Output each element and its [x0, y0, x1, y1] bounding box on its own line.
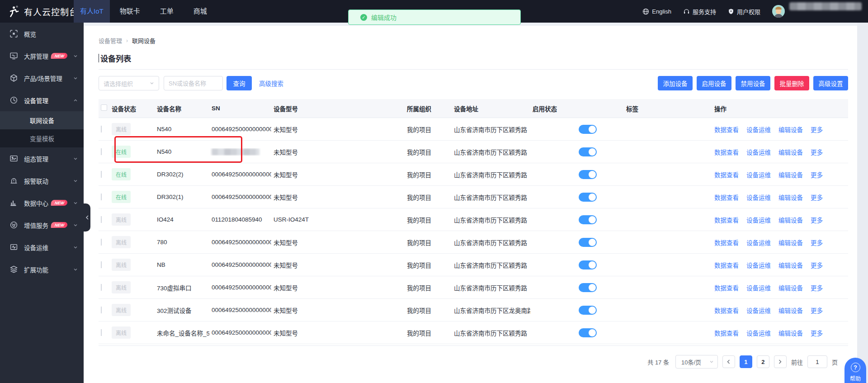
sidebar-item-overview[interactable]: 概览 — [0, 23, 84, 45]
row-action-数据查看[interactable]: 数据查看 — [714, 306, 739, 315]
row-action-数据查看[interactable]: 数据查看 — [714, 147, 739, 156]
help-button[interactable]: ? 帮助 — [844, 358, 866, 383]
enable-toggle[interactable] — [579, 238, 597, 247]
row-action-更多[interactable]: 更多 — [811, 125, 823, 134]
row-action-编辑设备[interactable]: 编辑设备 — [778, 147, 803, 156]
row-action-编辑设备[interactable]: 编辑设备 — [778, 193, 803, 202]
enable-toggle[interactable] — [579, 260, 597, 270]
action-button-批量删除[interactable]: 批量删除 — [774, 76, 809, 90]
row-action-更多[interactable]: 更多 — [811, 170, 823, 179]
row-checkbox[interactable] — [101, 216, 102, 223]
row-checkbox[interactable] — [101, 284, 102, 291]
sidebar-item-device-ops[interactable]: 设备运维 — [0, 236, 84, 258]
page-size-select[interactable]: 10条/页 — [675, 355, 718, 369]
advanced-search-link[interactable]: 高级搜索 — [259, 79, 283, 88]
row-action-设备运维[interactable]: 设备运维 — [746, 147, 771, 156]
sidebar-item-alarm-linkage[interactable]: 报警联动 — [0, 170, 84, 192]
avatar[interactable] — [772, 5, 785, 18]
enable-toggle[interactable] — [579, 306, 597, 315]
row-action-编辑设备[interactable]: 编辑设备 — [778, 170, 803, 179]
row-action-编辑设备[interactable]: 编辑设备 — [778, 328, 803, 337]
row-action-设备运维[interactable]: 设备运维 — [746, 193, 771, 202]
page-button-2[interactable]: 2 — [757, 355, 769, 368]
row-action-更多[interactable]: 更多 — [811, 147, 823, 156]
enable-toggle[interactable] — [579, 170, 597, 179]
row-checkbox[interactable] — [101, 194, 102, 200]
row-action-数据查看[interactable]: 数据查看 — [714, 215, 739, 224]
row-action-数据查看[interactable]: 数据查看 — [714, 170, 739, 179]
sidebar-subitem-variable-template[interactable]: 变量模板 — [0, 129, 84, 147]
sidebar-item-device-mgmt[interactable]: 设备管理 — [0, 89, 84, 111]
row-checkbox[interactable] — [101, 171, 102, 178]
row-action-编辑设备[interactable]: 编辑设备 — [778, 215, 803, 224]
sidebar-collapse-handle[interactable] — [84, 203, 90, 232]
row-action-设备运维[interactable]: 设备运维 — [746, 125, 771, 134]
enable-toggle[interactable] — [579, 328, 597, 337]
row-action-设备运维[interactable]: 设备运维 — [746, 306, 771, 315]
top-tab-2[interactable]: 物联卡 — [110, 0, 150, 23]
row-action-更多[interactable]: 更多 — [811, 328, 823, 337]
action-button-高级设置[interactable]: 高级设置 — [813, 76, 848, 90]
row-action-设备运维[interactable]: 设备运维 — [746, 328, 771, 337]
org-select[interactable]: 请选择组织 — [99, 76, 159, 90]
row-action-编辑设备[interactable]: 编辑设备 — [778, 238, 803, 247]
row-action-设备运维[interactable]: 设备运维 — [746, 170, 771, 179]
next-page-button[interactable] — [774, 355, 787, 368]
sidebar-item-extend-func[interactable]: 扩展功能 — [0, 258, 84, 280]
row-action-数据查看[interactable]: 数据查看 — [714, 328, 739, 337]
row-action-数据查看[interactable]: 数据查看 — [714, 283, 739, 292]
sidebar-item-screen-mgmt[interactable]: 大屏管理NEW — [0, 45, 84, 67]
row-action-设备运维[interactable]: 设备运维 — [746, 238, 771, 247]
topbar-link-shield[interactable]: 用户权限 — [728, 7, 760, 16]
row-action-编辑设备[interactable]: 编辑设备 — [778, 283, 803, 292]
action-button-添加设备[interactable]: 添加设备 — [658, 76, 693, 90]
top-tab-4[interactable]: 商城 — [184, 0, 217, 23]
action-button-禁用设备[interactable]: 禁用设备 — [736, 76, 770, 90]
breadcrumb-parent[interactable]: 设备管理 — [99, 36, 122, 45]
row-checkbox[interactable] — [101, 148, 102, 155]
row-checkbox[interactable] — [101, 126, 102, 132]
goto-page-input[interactable] — [807, 355, 827, 368]
action-button-启用设备[interactable]: 启用设备 — [697, 76, 731, 90]
row-action-更多[interactable]: 更多 — [811, 193, 823, 202]
row-action-编辑设备[interactable]: 编辑设备 — [778, 125, 803, 134]
row-action-设备运维[interactable]: 设备运维 — [746, 260, 771, 270]
row-action-编辑设备[interactable]: 编辑设备 — [778, 260, 803, 270]
page-scrollbar[interactable] — [857, 23, 868, 383]
select-all-checkbox[interactable] — [101, 104, 107, 111]
row-action-更多[interactable]: 更多 — [811, 306, 823, 315]
sidebar-item-scada-mgmt[interactable]: 组态管理 — [0, 147, 84, 170]
topbar-link-headset[interactable]: 服务支持 — [683, 7, 716, 16]
query-button[interactable]: 查询 — [226, 76, 252, 90]
sidebar-item-data-center[interactable]: 数据中心NEW — [0, 192, 84, 214]
sidebar-item-product-scene-mgmt[interactable]: 产品/场景管理 — [0, 67, 84, 89]
sn-search-input[interactable] — [164, 76, 223, 90]
row-checkbox[interactable] — [101, 307, 102, 313]
row-action-数据查看[interactable]: 数据查看 — [714, 125, 739, 134]
row-action-数据查看[interactable]: 数据查看 — [714, 260, 739, 270]
row-action-更多[interactable]: 更多 — [811, 260, 823, 270]
enable-toggle[interactable] — [579, 125, 597, 134]
row-action-更多[interactable]: 更多 — [811, 215, 823, 224]
row-checkbox[interactable] — [101, 239, 102, 246]
row-action-数据查看[interactable]: 数据查看 — [714, 238, 739, 247]
enable-toggle[interactable] — [579, 193, 597, 202]
sidebar-subitem-networked-devices[interactable]: 联网设备 — [0, 111, 84, 129]
sidebar-item-value-added[interactable]: 增值服务NEW — [0, 214, 84, 236]
row-checkbox[interactable] — [101, 329, 102, 336]
row-checkbox[interactable] — [101, 261, 102, 268]
row-action-更多[interactable]: 更多 — [811, 283, 823, 292]
row-action-更多[interactable]: 更多 — [811, 238, 823, 247]
enable-toggle[interactable] — [579, 283, 597, 292]
top-tab-3[interactable]: 工单 — [150, 0, 184, 23]
page-button-1[interactable]: 1 — [740, 355, 752, 368]
row-action-设备运维[interactable]: 设备运维 — [746, 283, 771, 292]
row-action-设备运维[interactable]: 设备运维 — [746, 215, 771, 224]
row-action-数据查看[interactable]: 数据查看 — [714, 193, 739, 202]
enable-toggle[interactable] — [579, 147, 597, 156]
prev-page-button[interactable] — [722, 355, 735, 368]
enable-toggle[interactable] — [579, 215, 597, 224]
topbar-link-globe[interactable]: English — [642, 8, 671, 15]
row-action-编辑设备[interactable]: 编辑设备 — [778, 306, 803, 315]
top-tab-1[interactable]: 有人IoT — [74, 0, 110, 23]
